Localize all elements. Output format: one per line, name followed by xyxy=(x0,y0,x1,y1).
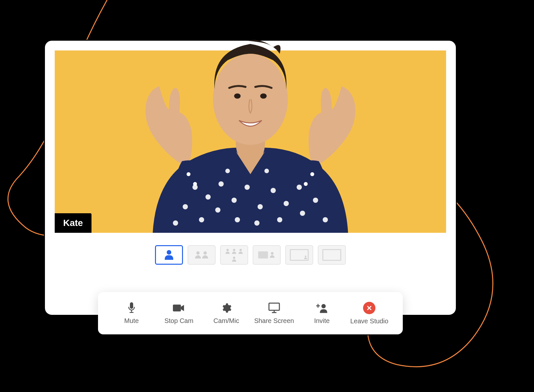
participant-video xyxy=(104,24,397,233)
svg-rect-32 xyxy=(269,303,279,310)
person-icon xyxy=(165,250,173,260)
person-icon xyxy=(239,249,243,254)
svg-point-8 xyxy=(297,185,302,190)
svg-point-9 xyxy=(183,204,188,209)
person-icon xyxy=(270,252,274,258)
screen-icon xyxy=(290,249,309,261)
svg-point-24 xyxy=(187,172,190,176)
person-icon xyxy=(195,251,201,259)
stop-cam-label: Stop Cam xyxy=(164,317,193,325)
svg-point-16 xyxy=(313,198,318,203)
camera-icon xyxy=(173,302,185,314)
svg-point-1 xyxy=(205,194,211,200)
svg-point-26 xyxy=(310,172,314,176)
stop-cam-button[interactable]: Stop Cam xyxy=(159,302,198,325)
svg-point-14 xyxy=(277,217,282,222)
leave-studio-button[interactable]: Leave Studio xyxy=(350,302,389,325)
monitor-icon xyxy=(268,302,280,314)
close-icon xyxy=(363,302,375,314)
gear-icon xyxy=(220,302,232,314)
svg-point-2 xyxy=(218,181,224,187)
svg-point-5 xyxy=(258,204,263,209)
svg-point-17 xyxy=(173,220,178,226)
svg-point-18 xyxy=(323,217,328,222)
share-screen-button[interactable]: Share Screen xyxy=(254,302,294,325)
video-feed: Kate xyxy=(55,50,446,233)
svg-point-4 xyxy=(245,185,250,190)
svg-point-25 xyxy=(193,182,197,186)
person-icon xyxy=(202,251,208,259)
participant-name: Kate xyxy=(63,218,83,228)
add-person-icon xyxy=(316,302,328,314)
layout-selector xyxy=(55,245,446,265)
cam-mic-label: Cam/Mic xyxy=(214,317,239,325)
svg-rect-31 xyxy=(173,304,181,311)
svg-point-6 xyxy=(271,188,276,193)
svg-point-35 xyxy=(321,304,326,308)
svg-point-23 xyxy=(260,93,267,99)
layout-screen-speaker[interactable] xyxy=(253,245,281,265)
layout-screen-only[interactable] xyxy=(285,245,313,265)
person-icon xyxy=(232,257,236,261)
svg-point-13 xyxy=(254,220,260,226)
svg-point-21 xyxy=(213,54,288,145)
svg-point-22 xyxy=(234,93,241,99)
layout-single[interactable] xyxy=(155,245,183,265)
microphone-icon xyxy=(126,302,137,314)
svg-point-11 xyxy=(215,207,220,213)
svg-point-3 xyxy=(232,198,237,203)
invite-button[interactable]: Invite xyxy=(302,302,342,325)
control-bar: Mute Stop Cam Cam/Mic xyxy=(98,292,403,334)
svg-point-15 xyxy=(300,211,305,216)
person-icon xyxy=(226,249,230,254)
screen-icon xyxy=(322,249,341,261)
svg-point-19 xyxy=(225,169,230,173)
person-icon xyxy=(304,256,307,259)
svg-rect-28 xyxy=(130,302,133,308)
participant-name-tag: Kate xyxy=(55,213,91,233)
studio-window: Kate xyxy=(44,40,457,316)
leave-label: Leave Studio xyxy=(350,317,388,325)
layout-two-up[interactable] xyxy=(188,245,216,265)
layout-full-screen[interactable] xyxy=(318,245,346,265)
share-screen-label: Share Screen xyxy=(254,317,294,325)
invite-label: Invite xyxy=(314,317,330,325)
screen-icon xyxy=(258,251,268,259)
svg-point-7 xyxy=(284,201,289,206)
svg-point-27 xyxy=(304,182,308,186)
svg-point-12 xyxy=(235,217,240,222)
cam-mic-button[interactable]: Cam/Mic xyxy=(207,302,246,325)
mute-button[interactable]: Mute xyxy=(112,302,151,325)
svg-point-10 xyxy=(199,217,204,222)
person-icon xyxy=(232,249,236,254)
layout-four-up[interactable] xyxy=(220,245,248,265)
mute-label: Mute xyxy=(124,317,139,325)
svg-point-20 xyxy=(264,169,269,173)
